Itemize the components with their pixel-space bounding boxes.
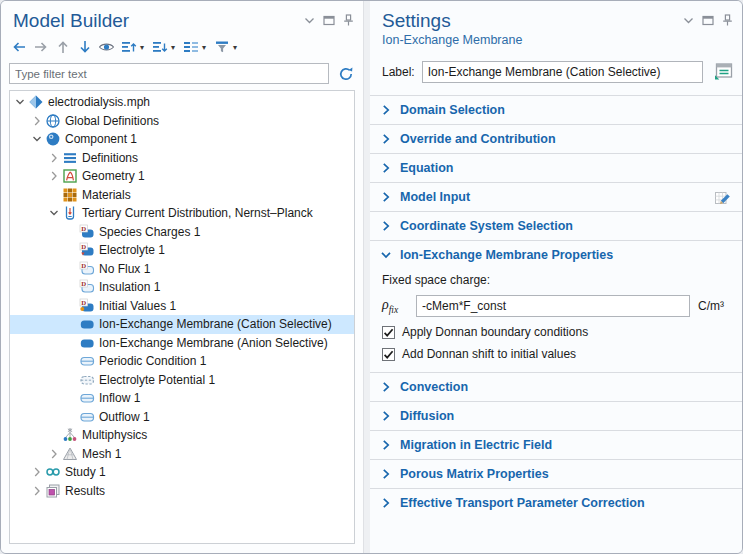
fixed-space-charge-input[interactable] — [416, 295, 690, 317]
mph-file-icon — [28, 94, 44, 110]
move-up-icon[interactable] — [53, 38, 72, 57]
tree-item-label: Initial Values 1 — [99, 299, 182, 313]
chevron-expanded-icon[interactable] — [46, 206, 61, 221]
pin-panel-icon[interactable] — [343, 14, 354, 26]
tree-spacer — [63, 354, 78, 369]
tree-item[interactable]: Definitions — [10, 149, 354, 168]
chevron-down-icon[interactable] — [683, 16, 694, 25]
tree-item-label: Electrolyte 1 — [99, 243, 171, 257]
chevron-collapsed-icon[interactable] — [46, 150, 61, 165]
donnan-shift-checkbox[interactable] — [382, 348, 395, 361]
panel-controls — [683, 9, 733, 26]
section-header-ion-exchange-membrane-properties[interactable]: Ion-Exchange Membrane Properties — [370, 240, 742, 269]
tree-item-label: Materials — [82, 188, 137, 202]
nav-back-icon[interactable] — [9, 38, 28, 57]
model-input-edit-icon[interactable] — [714, 188, 732, 206]
tree-spacer — [63, 224, 78, 239]
tree-item[interactable]: DElectrolyte 1 — [10, 241, 354, 260]
chevron-collapsed-icon[interactable] — [29, 113, 44, 128]
node-text-icon[interactable] — [181, 38, 200, 57]
tree-item-label: electrodialysis.mph — [48, 95, 156, 109]
filter-input[interactable] — [9, 63, 329, 84]
dropdown-caret[interactable]: ▾ — [171, 44, 175, 52]
chevron-expanded-icon[interactable] — [29, 132, 44, 147]
tree-item[interactable]: Ion-Exchange Membrane (Anion Selective) — [10, 334, 354, 353]
model-tree: electrodialysis.mphGlobal DefinitionsCom… — [9, 90, 355, 544]
tree-spacer — [63, 280, 78, 295]
dropdown-caret[interactable]: ▾ — [202, 44, 206, 52]
tree-item[interactable]: Study 1 — [10, 463, 354, 482]
tree-item[interactable]: Multiphysics — [10, 426, 354, 445]
section-label: Coordinate System Selection — [400, 219, 573, 233]
chevron-collapsed-icon[interactable] — [29, 465, 44, 480]
dropdown-caret[interactable]: ▾ — [233, 44, 237, 52]
section-header-porous-matrix-properties[interactable]: Porous Matrix Properties — [370, 459, 742, 488]
tree-item[interactable]: DSpecies Charges 1 — [10, 223, 354, 242]
tree-item[interactable]: Tertiary Current Distribution, Nernst–Pl… — [10, 204, 354, 223]
chevron-collapsed-icon[interactable] — [46, 169, 61, 184]
outflow-icon — [79, 409, 95, 425]
float-panel-icon[interactable] — [323, 15, 335, 26]
tree-item[interactable]: Global Definitions — [10, 112, 354, 131]
section-label: Effective Transport Parameter Correction — [400, 496, 645, 510]
tree-item-label: Definitions — [82, 151, 144, 165]
chevron-collapsed-icon[interactable] — [29, 483, 44, 498]
tree-spacer — [46, 187, 61, 202]
tree-item[interactable]: Inflow 1 — [10, 389, 354, 408]
float-panel-icon[interactable] — [702, 15, 714, 26]
pin-panel-icon[interactable] — [722, 14, 733, 26]
section-header-diffusion[interactable]: Diffusion — [370, 401, 742, 430]
section-header-override-and-contribution[interactable]: Override and Contribution — [370, 124, 742, 153]
tree-item[interactable]: Ion-Exchange Membrane (Cation Selective) — [10, 315, 354, 334]
sections-top: Domain SelectionOverride and Contributio… — [370, 95, 742, 240]
refresh-icon[interactable] — [337, 65, 355, 83]
tree-item[interactable]: Outflow 1 — [10, 408, 354, 427]
filter-icon[interactable] — [212, 38, 231, 57]
label-input[interactable] — [422, 61, 703, 83]
tree-item-label: Mesh 1 — [82, 447, 127, 461]
nav-forward-icon[interactable] — [31, 38, 50, 57]
chevron-expanded-icon[interactable] — [12, 95, 27, 110]
tree-item[interactable]: electrodialysis.mph — [10, 93, 354, 112]
collapse-all-icon[interactable] — [119, 38, 138, 57]
new-form-button[interactable] — [710, 60, 736, 84]
chevron-down-icon[interactable] — [304, 16, 315, 25]
section-header-domain-selection[interactable]: Domain Selection — [370, 95, 742, 124]
section-header-migration-in-electric-field[interactable]: Migration in Electric Field — [370, 430, 742, 459]
tree-item[interactable]: Results — [10, 482, 354, 501]
donnan-boundary-checkbox[interactable] — [382, 326, 395, 339]
section-header-equation[interactable]: Equation — [370, 153, 742, 182]
tertiary-current-icon — [62, 205, 78, 221]
tree-item[interactable]: Mesh 1 — [10, 445, 354, 464]
expand-all-icon[interactable] — [150, 38, 169, 57]
dropdown-caret[interactable]: ▾ — [140, 44, 144, 52]
tree-item[interactable]: Materials — [10, 186, 354, 205]
tree-item[interactable]: DInitial Values 1 — [10, 297, 354, 316]
chevron-collapsed-icon — [380, 162, 392, 174]
tree-item[interactable]: Component 1 — [10, 130, 354, 149]
tree-item-label: Electrolyte Potential 1 — [99, 373, 221, 387]
chevron-collapsed-icon[interactable] — [46, 446, 61, 461]
multiphysics-icon — [62, 427, 78, 443]
section-header-convection[interactable]: Convection — [370, 372, 742, 401]
membrane-icon — [79, 335, 95, 351]
tree-item[interactable]: Electrolyte Potential 1 — [10, 371, 354, 390]
electrolyte-potential-icon — [79, 372, 95, 388]
tree-item[interactable]: Periodic Condition 1 — [10, 352, 354, 371]
section-label: Diffusion — [400, 409, 454, 423]
tree-item-label: Study 1 — [65, 465, 112, 479]
chevron-collapsed-icon — [380, 410, 392, 422]
tree-item[interactable]: Geometry 1 — [10, 167, 354, 186]
tree-item[interactable]: DInsulation 1 — [10, 278, 354, 297]
label-field-caption: Label: — [382, 65, 415, 79]
move-down-icon[interactable] — [75, 38, 94, 57]
show-icon[interactable] — [97, 38, 116, 57]
section-header-model-input[interactable]: Model Input — [370, 182, 742, 211]
tree-item-label: Outflow 1 — [99, 410, 156, 424]
tree-item[interactable]: DNo Flux 1 — [10, 260, 354, 279]
tree-item-label: No Flux 1 — [99, 262, 156, 276]
section-header-coordinate-system-selection[interactable]: Coordinate System Selection — [370, 211, 742, 240]
section-header-effective-transport-parameter-correction[interactable]: Effective Transport Parameter Correction — [370, 488, 742, 517]
no-flux-icon: D — [79, 261, 95, 277]
tree-spacer — [46, 428, 61, 443]
